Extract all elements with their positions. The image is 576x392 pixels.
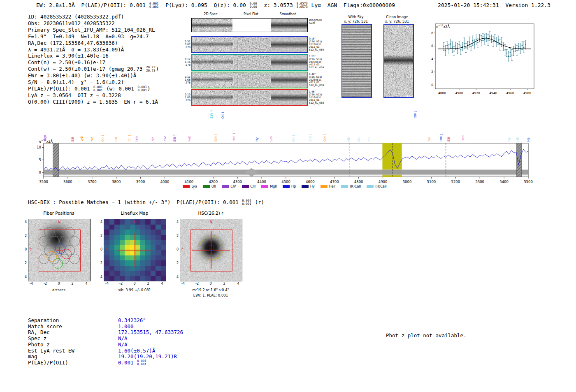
- heat-cell: [145, 250, 151, 255]
- legend-label: OII: [211, 185, 216, 188]
- map-x-tick-label: 2: [144, 282, 152, 285]
- stacked-number: 0.001: [93, 89, 103, 92]
- map-x-tick-label: -4: [179, 282, 187, 285]
- noise-rect: [233, 72, 271, 88]
- data-point: [489, 36, 490, 37]
- info-line: Primary Spec_Slot_IFU_AMP: 512_104_026_R…: [28, 27, 159, 33]
- heat-cell: [130, 225, 135, 230]
- emission-line-label: SiII: [114, 137, 118, 141]
- heat-cell: [161, 225, 166, 230]
- row-smoothed: [271, 55, 307, 70]
- clean-dark-band: [384, 55, 413, 65]
- x-tick-label: 4940: [489, 91, 497, 95]
- row-exposure-info: 1.46" (726, 522) 20230611 v012_01 512_RL…: [309, 90, 324, 104]
- row-smoothed: [271, 72, 307, 88]
- noise-rect: [342, 25, 371, 97]
- match-row-value: 0.001 0.0010.001: [118, 360, 147, 366]
- heat-cell: [120, 240, 125, 245]
- stacked-hi-lo-value: 20.7320.73: [146, 66, 156, 72]
- stacked-number: 0.001: [149, 5, 159, 9]
- info-line: S/N = 8.9(±1.4) χ² = 1.6(±0.2): [28, 79, 159, 86]
- legend-item: CIV: [222, 185, 236, 188]
- data-point: [518, 46, 519, 47]
- match-table-row: Separation0.342326": [28, 318, 183, 324]
- map-x-tick-label: 0: [130, 282, 139, 285]
- stacked-number: 0.001: [137, 363, 146, 366]
- heat-cell: [125, 266, 130, 271]
- text-token: 1.60(±0.57)Å: [118, 348, 155, 354]
- y-tick-label: 10: [37, 145, 41, 149]
- text-token: P(Lyα): 0.095 Q(z): 0.00: [159, 2, 249, 8]
- dark-trace-band: [271, 41, 307, 49]
- text-token: EW: 2.8±1.3Å P(LAE)/P(OII): 0.001: [36, 2, 149, 8]
- y-tick-label: 0: [431, 83, 433, 87]
- heat-cell: [125, 255, 130, 261]
- emission-line-label: OIII }: [413, 110, 417, 118]
- exposure-row-box: [191, 72, 308, 88]
- x-tick-label: 3600: [63, 180, 72, 184]
- heat-cell: [140, 225, 146, 230]
- text-token: z: 3.0573: [258, 2, 296, 8]
- heat-cell: [114, 235, 120, 240]
- data-point: [479, 37, 480, 39]
- heat-cell: [120, 235, 125, 240]
- x-tick-label: 4980: [523, 91, 531, 95]
- info-line: λ = 4931.21Å σ = 13.83(±4.09)Å: [28, 46, 159, 53]
- text-token: Obs: 20230611v012_4028535322: [28, 20, 115, 26]
- guide-square: [190, 230, 232, 271]
- heat-cell: [125, 240, 130, 245]
- data-point: [504, 49, 506, 51]
- legend-label: Lyα: [191, 185, 197, 188]
- heat-cell: [145, 240, 151, 245]
- text-token: S/N = 8.9(±1.4) χ² = 1.6(±0.2): [28, 79, 124, 85]
- match-table-row: RA, Dec172.153515, 47.633726: [28, 329, 183, 336]
- east-label: E: [181, 248, 183, 252]
- heat-cell: [114, 250, 120, 255]
- text-token: 0.001: [118, 360, 137, 366]
- map-y-tick-label: 0: [172, 248, 179, 251]
- heat-cell: [145, 235, 151, 240]
- text-token: 19.20(19.20,19.21)R: [118, 353, 177, 360]
- heat-cell: [140, 240, 146, 245]
- info-line: RA,Dec (172.153564,47.633636): [28, 40, 159, 46]
- data-point: [472, 40, 474, 42]
- map-x-tick-label: 4: [158, 282, 166, 285]
- map-xlabel-2: EWr: 1. PLAE: 0.001: [172, 293, 249, 297]
- heat-cell: [145, 219, 151, 225]
- heat-cell: [120, 271, 125, 276]
- heat-cell: [104, 255, 109, 261]
- heat-cell: [104, 276, 109, 281]
- heat-cell: [161, 255, 166, 261]
- match-row-value: 1.60(±0.57)Å: [118, 348, 155, 354]
- data-point: [476, 39, 477, 40]
- text-token: RA,Dec (172.153564,47.633636): [28, 40, 118, 46]
- emission-line-label: Hγ: [255, 137, 259, 141]
- y-tick-label: 6: [431, 44, 433, 48]
- text-token: F=1.9" T=0.149 N=1.18 A=0.93 g=24.7: [28, 33, 149, 39]
- emission-line-label: OII }: [292, 135, 295, 141]
- info-line: ID: 4028535322 (4028535322.pdf): [28, 14, 159, 20]
- data-point: [492, 41, 494, 42]
- map-y-tick-label: 4: [172, 220, 179, 224]
- x-tick-label: 4900: [455, 91, 463, 95]
- legend-swatch: [321, 185, 327, 188]
- text-token: ): [147, 86, 151, 92]
- heat-cell: [135, 240, 140, 245]
- row-smoothed: [271, 90, 307, 105]
- text-token: P(LAE)/P(OII): 0.001: [28, 86, 93, 92]
- heat-cell: [114, 240, 120, 245]
- heat-cell: [125, 276, 130, 281]
- dark-trace-band: [192, 77, 233, 82]
- cutout-column-header: Smoothed: [274, 12, 302, 16]
- heat-cell: [104, 260, 109, 266]
- legend-swatch: [341, 185, 348, 188]
- y-tick-label: 5: [39, 158, 41, 162]
- heat-cell: [156, 245, 161, 251]
- heat-cell: [135, 260, 140, 266]
- x-tick-label: 4100: [185, 180, 194, 184]
- data-point: [484, 39, 485, 40]
- emission-line-label: SiII: [447, 137, 451, 141]
- emission-line-label: OII }: [101, 135, 105, 141]
- legend-item: HeII: [321, 185, 336, 188]
- heat-cell: [140, 230, 146, 235]
